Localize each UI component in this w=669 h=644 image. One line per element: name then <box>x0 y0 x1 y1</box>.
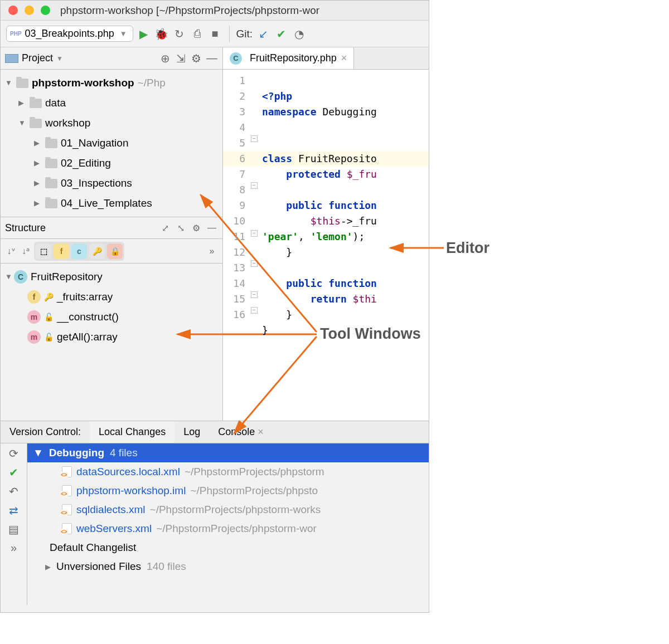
structure-class[interactable]: ▼ C FruitRepository <box>1 267 222 287</box>
class-icon: C <box>14 270 27 284</box>
changelist-button[interactable]: ▤ <box>8 523 19 536</box>
disclosure-open-icon[interactable]: ▼ <box>5 73 14 93</box>
git-pull-button[interactable]: ↙ <box>256 27 270 41</box>
collapse-all-button[interactable]: ⇲ <box>174 52 187 65</box>
code-content[interactable]: <?php namespace Debugging class FruitRep… <box>259 70 429 421</box>
tree-item[interactable]: ▶02_Editing <box>1 153 222 173</box>
coverage-button[interactable]: ↻ <box>172 27 187 41</box>
run-button[interactable]: ▶ <box>137 27 151 41</box>
locate-button[interactable]: ⊕ <box>159 52 171 65</box>
disclosure-closed-icon[interactable]: ▶ <box>34 153 43 173</box>
run-config-selector[interactable]: PHP 03_Breakpoints.php ▼ <box>6 26 133 42</box>
filter-constants-button[interactable]: c <box>71 243 87 259</box>
revert-button[interactable]: ↶ <box>9 485 18 498</box>
vc-tab-log[interactable]: Log <box>174 421 209 443</box>
project-header-label[interactable]: Project <box>22 52 53 64</box>
folder-icon <box>45 199 57 208</box>
vc-file-row[interactable]: sqldialects.xml~/PhpstormProjects/phpsto… <box>27 500 429 519</box>
code-editor[interactable]: 1 2 3 4 5 6 7 8 9 10 11 12 13 14 15 16 −… <box>223 70 429 421</box>
titlebar: phpstorm-workshop [~/PhpstormProjects/ph… <box>1 1 429 21</box>
tree-root[interactable]: ▼ phpstorm-workshop ~/Php <box>1 73 222 93</box>
close-window-button[interactable] <box>8 6 18 15</box>
expand-all-button[interactable]: ⤢ <box>159 222 171 234</box>
disclosure-closed-icon[interactable]: ▶ <box>45 563 51 571</box>
window-title: phpstorm-workshop [~/PhpstormProjects/ph… <box>60 4 319 17</box>
vc-file-row[interactable]: webServers.xml~/PhpstormProjects/phpstor… <box>27 519 429 538</box>
minimize-tool-button[interactable]: — <box>206 52 218 65</box>
tree-item[interactable]: ▶01_Navigation <box>1 133 222 153</box>
structure-header-label[interactable]: Structure <box>5 222 156 234</box>
vc-file-row[interactable]: phpstorm-workshop.iml~/PhpstormProjects/… <box>27 481 429 500</box>
refresh-button[interactable]: ⟳ <box>9 447 18 460</box>
structure-member[interactable]: f 🔑 _fruits:array <box>1 287 222 307</box>
tree-item[interactable]: ▶03_Inspections <box>1 173 222 193</box>
collapse-all-button[interactable]: ⤡ <box>174 222 187 234</box>
close-tab-button[interactable]: × <box>341 52 347 64</box>
xml-file-icon <box>62 504 72 515</box>
git-commit-button[interactable]: ✔ <box>274 27 288 41</box>
disclosure-closed-icon[interactable]: ▶ <box>34 133 43 153</box>
chevron-down-icon[interactable]: ▼ <box>56 55 63 62</box>
settings-gear-icon[interactable]: ⚙ <box>190 52 202 65</box>
vc-default-changelist[interactable]: Default Changelist <box>27 538 429 557</box>
disclosure-open-icon[interactable]: ▼ <box>33 447 43 459</box>
sort-alpha-button[interactable]: ↓ᵃ <box>20 245 32 257</box>
structure-member[interactable]: m 🔓 getAll():array <box>1 327 222 347</box>
method-icon: m <box>27 330 41 344</box>
vc-tab-console[interactable]: Console × <box>209 421 273 443</box>
disclosure-closed-icon[interactable]: ▶ <box>34 173 43 193</box>
tree-item[interactable]: ▶data <box>1 93 222 113</box>
vc-sidebar: ⟳ ✔ ↶ ⇄ ▤ » <box>1 443 27 605</box>
minimize-tool-button[interactable]: — <box>206 222 218 234</box>
filter-fields-button[interactable]: f <box>54 243 69 259</box>
vc-changelist: ▼ Debugging 4 files dataSources.local.xm… <box>27 443 429 605</box>
disclosure-closed-icon[interactable]: ▶ <box>34 193 43 213</box>
main-area: Project ▼ ⊕ ⇲ ⚙ — ▼ phpstorm-workshop ~/… <box>1 47 429 421</box>
commit-button[interactable]: ✔ <box>9 466 18 479</box>
folder-icon <box>30 99 42 108</box>
vc-file-row[interactable]: dataSources.local.xml~/PhpstormProjects/… <box>27 462 429 481</box>
iml-file-icon <box>62 485 72 496</box>
vc-changelist-header[interactable]: ▼ Debugging 4 files <box>27 443 429 462</box>
stop-button[interactable]: ■ <box>208 27 222 41</box>
structure-tool-header: Structure ⤢ ⤡ ⚙ — <box>1 217 222 239</box>
tree-item[interactable]: ▶04_Live_Templates <box>1 193 222 213</box>
vc-tab-local-changes[interactable]: Local Changes <box>90 421 174 443</box>
version-control-panel: Version Control: Local Changes Log Conso… <box>1 421 429 605</box>
disclosure-open-icon[interactable]: ▼ <box>5 267 14 287</box>
tree-item[interactable]: ▼workshop <box>1 113 222 133</box>
fold-marker-icon[interactable]: − <box>251 230 258 237</box>
fold-marker-icon[interactable]: − <box>251 182 258 189</box>
maximize-window-button[interactable] <box>41 6 50 15</box>
chevron-down-icon: ▼ <box>120 30 127 38</box>
vc-unversioned[interactable]: ▶ Unversioned Files 140 files <box>27 557 429 576</box>
filter-keys-button[interactable]: 🔑 <box>89 243 105 259</box>
profile-button[interactable]: ⎙ <box>190 27 205 41</box>
project-view-icon <box>5 54 18 63</box>
close-icon[interactable]: × <box>258 426 264 438</box>
project-tree: ▼ phpstorm-workshop ~/Php ▶data ▼worksho… <box>1 70 222 217</box>
filter-private-button[interactable]: 🔒 <box>107 243 123 259</box>
fold-marker-icon[interactable]: − <box>251 135 258 142</box>
sort-by-visibility-button[interactable]: ↓ᵛ <box>5 245 17 257</box>
debug-button[interactable]: 🐞 <box>154 27 169 41</box>
editor-tabs: C FruitRepository.php × <box>223 47 429 70</box>
more-button[interactable]: » <box>206 245 218 257</box>
filter-inherited-button[interactable]: ⬚ <box>36 243 51 259</box>
fold-marker-icon[interactable]: − <box>251 260 258 267</box>
fold-marker-icon[interactable]: − <box>251 291 258 298</box>
disclosure-closed-icon[interactable]: ▶ <box>18 93 27 113</box>
git-history-button[interactable]: ◔ <box>292 27 306 41</box>
structure-toolbar: ↓ᵛ ↓ᵃ ⬚ f c 🔑 🔒 » <box>1 239 222 264</box>
disclosure-open-icon[interactable]: ▼ <box>18 113 27 133</box>
diff-button[interactable]: ⇄ <box>9 504 18 517</box>
annotation-editor: Editor <box>446 240 489 257</box>
xml-file-icon <box>62 466 72 477</box>
minimize-window-button[interactable] <box>25 6 34 15</box>
more-button[interactable]: » <box>11 541 17 554</box>
fold-marker-icon[interactable]: − <box>251 307 258 314</box>
editor-tab[interactable]: C FruitRepository.php × <box>223 47 354 69</box>
vc-body: ⟳ ✔ ↶ ⇄ ▤ » ▼ Debugging 4 files dataSour… <box>1 443 429 605</box>
settings-gear-icon[interactable]: ⚙ <box>190 222 202 234</box>
structure-member[interactable]: m 🔓 __construct() <box>1 307 222 327</box>
